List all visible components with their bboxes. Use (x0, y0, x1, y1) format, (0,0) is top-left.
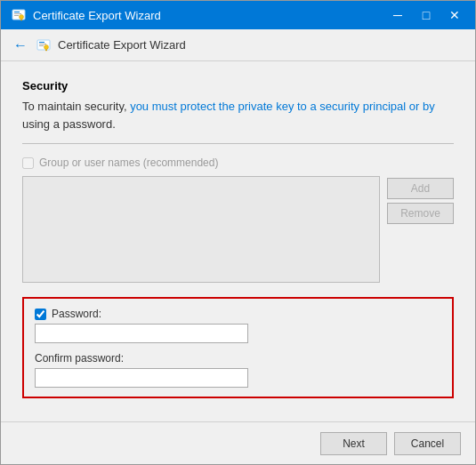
minimize-button[interactable]: ─ (384, 6, 411, 24)
svg-point-4 (20, 15, 24, 20)
certificate-export-wizard-window: Certificate Export Wizard ─ □ ✕ ← Certif… (0, 0, 476, 465)
confirm-password-row: Confirm password: (35, 352, 441, 388)
svg-rect-3 (14, 15, 19, 16)
password-input[interactable] (35, 324, 248, 343)
svg-rect-7 (39, 44, 46, 44)
password-section: Password: Confirm password: (22, 297, 454, 398)
title-bar-left: Certificate Export Wizard (12, 8, 161, 22)
svg-point-9 (44, 44, 49, 49)
group-checkbox-row: Group or user names (recommended) (22, 156, 454, 169)
certificate-icon (12, 8, 26, 22)
section-description: To maintain security, you must protect t… (22, 98, 454, 132)
cancel-button[interactable]: Cancel (394, 432, 461, 455)
confirm-password-label-row: Confirm password: (35, 352, 441, 365)
password-row: Password: (35, 308, 441, 343)
password-checkbox[interactable] (35, 309, 46, 320)
desc-plain: To maintain security, (22, 100, 130, 113)
section-divider (22, 143, 454, 144)
content-area: Security To maintain security, you must … (1, 61, 475, 421)
section-title: Security (22, 79, 454, 92)
desc-highlight: you must protect the private key to a se… (130, 100, 435, 113)
nav-title: Certificate Export Wizard (58, 38, 186, 52)
close-button[interactable]: ✕ (441, 6, 468, 24)
svg-rect-1 (14, 12, 20, 12)
back-button[interactable]: ← (12, 36, 29, 54)
password-label: Password: (52, 308, 101, 320)
title-bar-controls: ─ □ ✕ (384, 6, 468, 24)
remove-button[interactable]: Remove (387, 203, 454, 224)
user-list-buttons: Add Remove (387, 176, 454, 283)
footer: Next Cancel (1, 421, 475, 464)
title-bar: Certificate Export Wizard ─ □ ✕ (1, 1, 475, 29)
confirm-password-label: Confirm password: (35, 352, 124, 365)
nav-bar: ← Certificate Export Wizard (1, 29, 475, 61)
svg-rect-2 (14, 13, 21, 14)
group-checkbox-label: Group or user names (recommended) (39, 156, 218, 169)
user-list-box (22, 176, 380, 283)
next-button[interactable]: Next (320, 432, 387, 455)
maximize-button[interactable]: □ (413, 6, 440, 24)
confirm-password-input[interactable] (35, 368, 248, 388)
add-button[interactable]: Add (387, 178, 454, 199)
svg-rect-8 (39, 45, 44, 46)
svg-rect-6 (39, 42, 44, 43)
password-label-row: Password: (35, 308, 441, 320)
cert-nav-icon (36, 38, 51, 52)
group-checkbox[interactable] (22, 157, 34, 169)
desc-end: using a password. (22, 117, 116, 131)
user-list-area: Add Remove (22, 176, 454, 283)
window-title: Certificate Export Wizard (33, 9, 161, 22)
